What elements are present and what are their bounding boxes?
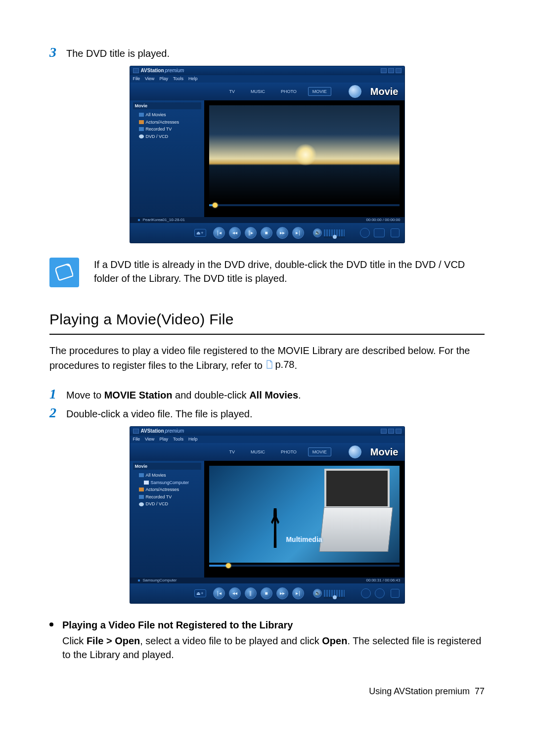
menu-view[interactable]: View bbox=[145, 436, 154, 443]
sidebar-item-recorded-tv[interactable]: Recorded TV bbox=[133, 126, 201, 133]
laptop-base-graphic bbox=[319, 507, 393, 552]
menu-view[interactable]: View bbox=[145, 76, 154, 82]
eject-button[interactable]: ⏏+ bbox=[194, 229, 206, 237]
minimize-button[interactable] bbox=[381, 429, 387, 434]
volume-control[interactable]: 🔊 bbox=[313, 228, 345, 237]
volume-control[interactable]: 🔊 bbox=[313, 589, 345, 598]
prev-track-button[interactable]: ∣◂ bbox=[213, 227, 225, 239]
maximize-button[interactable] bbox=[388, 429, 394, 434]
tab-music[interactable]: MUSIC bbox=[246, 447, 269, 457]
tab-photo[interactable]: PHOTO bbox=[276, 447, 301, 457]
control-bar: ⏏+ ∣◂ ◂◂ ∥ ■ ▸▸ ▸∣ 🔊 bbox=[130, 583, 404, 603]
menu-help[interactable]: Help bbox=[188, 436, 198, 443]
video-overlay-text: Multimedia bbox=[286, 535, 322, 545]
bullet-icon bbox=[49, 623, 53, 626]
tab-tv[interactable]: TV bbox=[225, 447, 240, 457]
sidebar-item-recorded-tv[interactable]: Recorded TV bbox=[133, 493, 201, 501]
sidebar-item-all-movies[interactable]: All Movies bbox=[133, 472, 201, 479]
mute-button[interactable]: 🔊 bbox=[313, 589, 322, 598]
intro-paragraph: The procedures to play a video file regi… bbox=[49, 344, 485, 372]
resize-grip-icon[interactable] bbox=[391, 589, 400, 598]
step-1: 1 Move to MOVIE Station and double-click… bbox=[49, 386, 485, 402]
step-text: Move to MOVIE Station and double-click A… bbox=[66, 386, 485, 402]
playback-info-bar: PearlKorea01_10-28-01 00:00:00 / 00:00:0… bbox=[130, 217, 404, 223]
screen-mode-button[interactable] bbox=[374, 228, 385, 237]
step-number: 2 bbox=[49, 405, 66, 420]
option-dial-icon[interactable] bbox=[360, 228, 370, 238]
note-text: If a DVD title is already in the DVD dri… bbox=[94, 258, 485, 285]
tv-icon bbox=[139, 495, 144, 499]
people-icon bbox=[139, 120, 144, 124]
note-icon bbox=[49, 258, 79, 287]
section-header: TV MUSIC PHOTO MOVIE Movie bbox=[130, 83, 404, 100]
menu-tools[interactable]: Tools bbox=[173, 76, 183, 82]
menu-tools[interactable]: Tools bbox=[173, 436, 183, 443]
folder-icon bbox=[139, 113, 144, 117]
play-pause-button[interactable]: ∥▸ bbox=[245, 227, 257, 239]
forward-button[interactable]: ▸▸ bbox=[276, 587, 288, 599]
station-logo-icon bbox=[349, 445, 361, 458]
sidebar-item-dvd-vcd[interactable]: DVD / VCD bbox=[133, 500, 201, 508]
step-number: 3 bbox=[49, 44, 66, 59]
menu-play[interactable]: Play bbox=[159, 436, 168, 443]
section-header: TV MUSIC PHOTO MOVIE Movie bbox=[130, 443, 404, 461]
resize-grip-icon[interactable] bbox=[391, 228, 400, 237]
app-logo-icon bbox=[133, 429, 139, 434]
option-gear-icon[interactable] bbox=[375, 588, 385, 598]
window-buttons bbox=[381, 68, 401, 73]
seek-bar[interactable] bbox=[209, 565, 400, 567]
menu-file[interactable]: File bbox=[133, 76, 140, 82]
menu-play[interactable]: Play bbox=[159, 76, 168, 82]
disc-icon bbox=[139, 502, 144, 506]
rewind-button[interactable]: ◂◂ bbox=[229, 587, 241, 599]
window-titlebar: AVStation premium bbox=[130, 427, 404, 436]
bullet-body: Playing a Video File not Registered to t… bbox=[62, 618, 485, 662]
forward-button[interactable]: ▸▸ bbox=[276, 227, 288, 239]
app-title: AVStation bbox=[141, 67, 164, 74]
person-silhouette-graphic bbox=[268, 508, 282, 548]
tab-movie[interactable]: MOVIE bbox=[308, 87, 331, 96]
bullet-title: Playing a Video File not Registered to t… bbox=[62, 618, 485, 632]
section-heading: Playing a Movie(Video) File bbox=[49, 309, 485, 335]
tab-photo[interactable]: PHOTO bbox=[276, 87, 301, 96]
pause-button[interactable]: ∥ bbox=[245, 587, 257, 599]
close-button[interactable] bbox=[396, 68, 401, 73]
control-bar: ⏏+ ∣◂ ◂◂ ∥▸ ■ ▸▸ ▸∣ 🔊 bbox=[130, 223, 404, 243]
tab-tv[interactable]: TV bbox=[225, 87, 240, 96]
sidebar-item-dvd-vcd[interactable]: DVD / VCD bbox=[133, 133, 201, 140]
library-sidebar: Movie All Movies SamsungComputer Actors/… bbox=[130, 461, 204, 578]
sidebar-item-actors[interactable]: Actors/Actresses bbox=[133, 119, 201, 126]
people-icon bbox=[139, 488, 144, 491]
stop-button[interactable]: ■ bbox=[261, 587, 272, 599]
volume-bars bbox=[324, 590, 345, 597]
next-track-button[interactable]: ▸∣ bbox=[292, 587, 304, 599]
maximize-button[interactable] bbox=[388, 68, 394, 73]
mute-button[interactable]: 🔊 bbox=[313, 228, 322, 237]
sidebar-item-actors[interactable]: Actors/Actresses bbox=[133, 486, 201, 493]
menu-help[interactable]: Help bbox=[188, 76, 198, 82]
tab-music[interactable]: MUSIC bbox=[246, 87, 269, 96]
sidebar-item-all-movies[interactable]: All Movies bbox=[133, 111, 201, 119]
step-3: 3 The DVD title is played. bbox=[49, 44, 485, 60]
next-track-button[interactable]: ▸∣ bbox=[292, 227, 304, 239]
playback-info-bar: SamsungComputer 00:00:31 / 00:06:43 bbox=[130, 578, 404, 583]
minimize-button[interactable] bbox=[381, 68, 387, 73]
stop-button[interactable]: ■ bbox=[261, 227, 272, 239]
app-title: AVStation bbox=[141, 428, 164, 435]
sidebar-item-samsungcomputer[interactable]: SamsungComputer bbox=[133, 479, 201, 487]
step-text: Double-click a video file. The file is p… bbox=[66, 405, 485, 421]
station-logo-icon bbox=[349, 85, 361, 98]
eject-button[interactable]: ⏏+ bbox=[194, 589, 206, 597]
bullet-unregistered-file: Playing a Video File not Registered to t… bbox=[49, 618, 485, 662]
tab-movie[interactable]: MOVIE bbox=[308, 447, 331, 457]
screenshot-video-file-playback: AVStation premium File View Play Tools H… bbox=[49, 427, 485, 603]
page-icon bbox=[266, 360, 273, 369]
option-dial-icon[interactable] bbox=[361, 588, 371, 598]
menu-file[interactable]: File bbox=[133, 436, 140, 443]
close-button[interactable] bbox=[396, 429, 401, 434]
track-name: SamsungComputer bbox=[143, 578, 177, 583]
seek-bar[interactable] bbox=[209, 204, 400, 206]
track-name: PearlKorea01_10-28-01 bbox=[143, 217, 185, 222]
rewind-button[interactable]: ◂◂ bbox=[229, 227, 241, 239]
prev-track-button[interactable]: ∣◂ bbox=[213, 587, 225, 599]
